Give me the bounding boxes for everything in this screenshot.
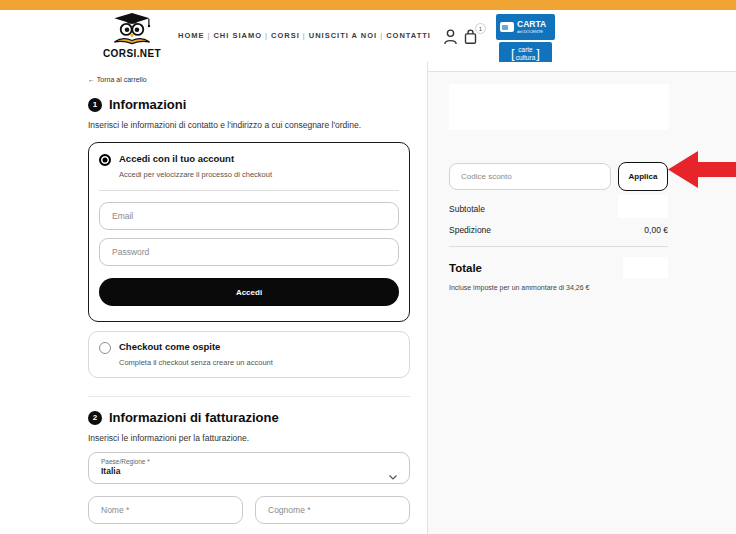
first-name-field[interactable] bbox=[88, 496, 243, 524]
login-box-divider bbox=[99, 190, 399, 191]
card-icon bbox=[500, 22, 514, 32]
apply-discount-button[interactable]: Applica bbox=[618, 162, 668, 191]
order-summary-column: Applica Subtotale Spedizione 0,00 € Tota… bbox=[427, 62, 736, 534]
country-select-value: Italia bbox=[101, 466, 381, 476]
checkout-form-column: ← Torna al carrello 1 Informazioni Inser… bbox=[0, 62, 427, 534]
guest-radio-option[interactable]: Checkout come ospite bbox=[99, 341, 399, 354]
site-logo[interactable]: CORSI.NET bbox=[97, 12, 167, 59]
shipping-label: Spedizione bbox=[449, 225, 491, 235]
top-accent-bar bbox=[0, 0, 736, 10]
total-value-redacted bbox=[623, 257, 668, 278]
discount-code-row: Applica bbox=[449, 162, 668, 191]
order-summary-redacted-box bbox=[449, 84, 669, 130]
login-radio-label: Accedi con il tuo account bbox=[119, 153, 234, 164]
discount-code-input[interactable] bbox=[449, 163, 611, 190]
order-summary-panel: Applica Subtotale Spedizione 0,00 € Tota… bbox=[428, 71, 736, 534]
radio-selected-icon[interactable] bbox=[99, 154, 111, 166]
country-select[interactable]: Paese/Regione * Italia bbox=[88, 452, 410, 484]
step1-heading: 1 Informazioni bbox=[88, 97, 410, 112]
carta-docente-badge[interactable]: CARTA del DOCENTE bbox=[496, 14, 555, 40]
total-row: Totale bbox=[449, 257, 668, 278]
subtotal-value-redacted bbox=[618, 195, 668, 218]
login-button[interactable]: Accedi bbox=[99, 278, 399, 306]
guest-radio-subtext: Completa il checkout senza creare un acc… bbox=[119, 358, 399, 367]
subtotal-row: Subtotale bbox=[449, 199, 668, 218]
carta-cultura-line2: cultura bbox=[516, 54, 536, 61]
back-arrow-icon: ← bbox=[88, 76, 95, 83]
tax-note: Incluse imposte per un ammontare di 34,2… bbox=[449, 284, 668, 291]
shipping-row: Spedizione 0,00 € bbox=[449, 225, 668, 235]
step2-heading: 2 Informazioni di fatturazione bbox=[88, 410, 410, 425]
radio-unselected-icon[interactable] bbox=[99, 342, 111, 354]
brand-name: CORSI.NET bbox=[97, 48, 167, 59]
site-header: CORSI.NET HOME|CHI SIAMO|CORSI|UNISCITI … bbox=[0, 10, 736, 62]
back-to-cart-link[interactable]: ← Torna al carrello bbox=[88, 76, 410, 83]
nav-item-corsi[interactable]: CORSI bbox=[271, 31, 300, 40]
nav-item-chi-siamo[interactable]: CHI SIAMO bbox=[213, 31, 262, 40]
cart-count-badge: 1 bbox=[475, 23, 486, 34]
name-fields-row bbox=[88, 496, 410, 524]
owl-logo-icon bbox=[109, 32, 155, 49]
carta-docente-title: CARTA bbox=[517, 20, 546, 29]
country-select-label: Paese/Regione * bbox=[101, 458, 381, 465]
total-label: Totale bbox=[449, 262, 482, 274]
chevron-down-icon bbox=[389, 466, 397, 484]
login-option-box: Accedi con il tuo account Accedi per vel… bbox=[88, 142, 410, 322]
bracket-right: ] bbox=[536, 47, 540, 60]
nav-item-home[interactable]: HOME bbox=[178, 31, 205, 40]
step1-subtitle: Inserisci le informazioni di contatto e … bbox=[88, 120, 410, 130]
login-radio-option[interactable]: Accedi con il tuo account bbox=[99, 153, 399, 166]
step2-number-badge: 2 bbox=[88, 411, 102, 425]
last-name-field[interactable] bbox=[255, 496, 410, 524]
carta-cultura-line1: carte bbox=[516, 46, 536, 53]
red-arrow-annotation bbox=[668, 151, 736, 188]
password-field[interactable] bbox=[99, 238, 399, 266]
login-radio-subtext: Accedi per velocizzare il processo di ch… bbox=[119, 170, 399, 179]
subtotal-label: Subtotale bbox=[449, 204, 485, 214]
step1-number-badge: 1 bbox=[88, 98, 102, 112]
summary-divider bbox=[449, 246, 668, 247]
guest-option-box: Checkout come ospite Completa il checkou… bbox=[88, 331, 410, 378]
shipping-value: 0,00 € bbox=[644, 225, 668, 235]
carta-docente-subtitle: del DOCENTE bbox=[517, 30, 546, 34]
section-divider bbox=[88, 396, 410, 397]
email-field[interactable] bbox=[99, 202, 399, 230]
main-content: ← Torna al carrello 1 Informazioni Inser… bbox=[0, 62, 736, 534]
checkout-page: CORSI.NET HOME|CHI SIAMO|CORSI|UNISCITI … bbox=[0, 0, 736, 534]
account-icon[interactable] bbox=[443, 28, 458, 46]
step2-title: Informazioni di fatturazione bbox=[109, 410, 279, 425]
main-nav: HOME|CHI SIAMO|CORSI|UNISCITI A NOI|CONT… bbox=[178, 31, 431, 40]
bracket-left: [ bbox=[511, 47, 515, 60]
nav-item-unisciti[interactable]: UNISCITI A NOI bbox=[309, 31, 377, 40]
step2-subtitle: Inserisci le informazioni per la fattura… bbox=[88, 433, 410, 443]
nav-item-contatti[interactable]: CONTATTI bbox=[386, 31, 431, 40]
step1-title: Informazioni bbox=[109, 97, 186, 112]
guest-radio-label: Checkout come ospite bbox=[119, 341, 220, 352]
